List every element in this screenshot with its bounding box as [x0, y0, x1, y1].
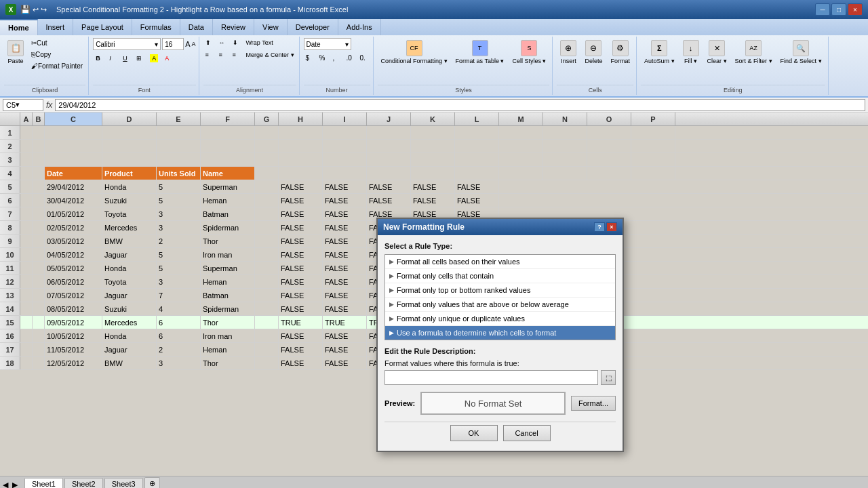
- col-header-o[interactable]: O: [587, 113, 631, 125]
- cell-b1[interactable]: [33, 126, 45, 139]
- tab-formulas[interactable]: Formulas: [132, 19, 180, 35]
- formula-value-input[interactable]: [384, 370, 598, 385]
- col-header-f[interactable]: F: [201, 113, 255, 125]
- rule-item-formula[interactable]: ▶ Use a formula to determine which cells…: [385, 326, 615, 340]
- cell-d1[interactable]: [102, 126, 157, 139]
- currency-button[interactable]: $: [304, 53, 316, 63]
- formula-input[interactable]: 29/04/2012: [55, 99, 865, 111]
- paste-button[interactable]: 📋 Paste: [4, 38, 27, 66]
- col-header-l[interactable]: L: [455, 113, 499, 125]
- merge-center-button[interactable]: Merge & Center ▾: [244, 50, 296, 60]
- sheet-nav-right[interactable]: ▶: [12, 481, 18, 488]
- dialog-close-button[interactable]: ×: [606, 222, 617, 232]
- font-grow-icon[interactable]: A: [185, 40, 190, 48]
- format-as-table-button[interactable]: T Format as Table ▾: [452, 38, 508, 66]
- formula-reference-button[interactable]: ⬚: [601, 370, 616, 385]
- fill-button[interactable]: ↓ Fill ▾: [679, 38, 703, 66]
- find-select-button[interactable]: 🔍 Find & Select ▾: [777, 38, 825, 66]
- col-header-h[interactable]: H: [279, 113, 323, 125]
- tab-data[interactable]: Data: [180, 19, 213, 35]
- cell-e1[interactable]: [157, 126, 201, 139]
- cut-button[interactable]: ✂ Cut: [28, 38, 85, 48]
- decrease-decimal-button[interactable]: 0.: [358, 53, 370, 63]
- sheet-nav-left[interactable]: ◀: [3, 481, 8, 488]
- align-right-button[interactable]: ≡: [231, 50, 243, 60]
- bold-button[interactable]: B: [93, 54, 105, 63]
- tab-developer[interactable]: Developer: [288, 19, 338, 35]
- col-header-e[interactable]: E: [157, 113, 201, 125]
- rule-item-ranked[interactable]: ▶ Format only top or bottom ranked value…: [385, 283, 615, 298]
- rule-item-unique-duplicate[interactable]: ▶ Format only unique or duplicate values: [385, 312, 615, 326]
- minimize-button[interactable]: ─: [815, 3, 830, 16]
- col-header-m[interactable]: M: [499, 113, 543, 125]
- cell-l1[interactable]: [455, 126, 499, 139]
- format-button[interactable]: Format...: [571, 396, 616, 411]
- cell-o1[interactable]: [587, 126, 631, 139]
- font-shrink-icon[interactable]: A: [191, 41, 195, 47]
- rule-item-all-values[interactable]: ▶ Format all cells based on their values: [385, 255, 615, 269]
- align-bottom-button[interactable]: ⬇: [231, 38, 243, 47]
- cell-g1[interactable]: [255, 126, 279, 139]
- font-name-select[interactable]: Calibri ▾: [93, 38, 161, 50]
- font-color-button[interactable]: A: [162, 54, 174, 63]
- col-header-b[interactable]: B: [33, 113, 45, 125]
- undo-icon[interactable]: ↩: [33, 5, 39, 14]
- col-header-i[interactable]: I: [323, 113, 367, 125]
- tab-addins[interactable]: Add-Ins: [338, 19, 381, 35]
- number-format-select[interactable]: Date ▾: [304, 38, 351, 50]
- col-header-g[interactable]: G: [255, 113, 279, 125]
- cell-m1[interactable]: [499, 126, 543, 139]
- align-middle-button[interactable]: ↔: [217, 38, 229, 47]
- comma-button[interactable]: ,: [331, 53, 343, 63]
- cancel-button[interactable]: Cancel: [503, 425, 551, 441]
- cell-i1[interactable]: [323, 126, 367, 139]
- tab-insert[interactable]: Insert: [38, 19, 74, 35]
- align-center-button[interactable]: ≡: [217, 50, 229, 60]
- close-button[interactable]: ×: [848, 3, 863, 16]
- cell-n1[interactable]: [543, 126, 587, 139]
- save-icon[interactable]: 💾: [20, 5, 31, 14]
- sheet-tab-3[interactable]: Sheet3: [104, 478, 143, 488]
- cell-c1[interactable]: [45, 126, 102, 139]
- italic-button[interactable]: I: [106, 54, 119, 63]
- tab-view[interactable]: View: [254, 19, 288, 35]
- col-header-c[interactable]: C: [45, 113, 102, 125]
- header-name[interactable]: Name: [201, 167, 255, 180]
- cell-p1[interactable]: [631, 126, 675, 139]
- sheet-tab-new[interactable]: ⊕: [144, 477, 160, 488]
- rule-item-above-below[interactable]: ▶ Format only values that are above or b…: [385, 298, 615, 312]
- format-painter-button[interactable]: 🖌 Format Painter: [28, 61, 85, 71]
- header-product[interactable]: Product: [102, 167, 157, 180]
- header-date[interactable]: Date: [45, 167, 102, 180]
- col-header-p[interactable]: P: [631, 113, 675, 125]
- increase-decimal-button[interactable]: .0: [344, 53, 357, 63]
- border-button[interactable]: ⊞: [134, 54, 146, 63]
- dialog-help-button[interactable]: ?: [594, 222, 605, 232]
- ok-button[interactable]: OK: [450, 425, 498, 441]
- tab-review[interactable]: Review: [213, 19, 254, 35]
- delete-button[interactable]: ⊖ Delete: [581, 38, 606, 66]
- col-header-d[interactable]: D: [102, 113, 157, 125]
- tab-home[interactable]: Home: [0, 19, 38, 35]
- cell-f1[interactable]: [201, 126, 255, 139]
- underline-button[interactable]: U: [120, 54, 132, 63]
- cell-j1[interactable]: [367, 126, 411, 139]
- insert-button[interactable]: ⊕ Insert: [557, 38, 580, 66]
- rule-item-contain[interactable]: ▶ Format only cells that contain: [385, 269, 615, 283]
- tab-page-layout[interactable]: Page Layout: [73, 19, 132, 35]
- name-box[interactable]: C5 ▾: [3, 99, 43, 111]
- header-units[interactable]: Units Sold: [157, 167, 201, 180]
- cell-styles-button[interactable]: S Cell Styles ▾: [509, 38, 549, 66]
- col-header-j[interactable]: J: [367, 113, 411, 125]
- col-header-k[interactable]: K: [411, 113, 455, 125]
- copy-button[interactable]: ⎘ Copy: [28, 49, 85, 60]
- fill-color-button[interactable]: A: [147, 53, 161, 64]
- cell-k1[interactable]: [411, 126, 455, 139]
- sheet-tab-2[interactable]: Sheet2: [64, 478, 103, 488]
- cell-h1[interactable]: [279, 126, 323, 139]
- wrap-text-button[interactable]: Wrap Text: [244, 38, 275, 47]
- align-top-button[interactable]: ⬆: [203, 38, 216, 47]
- sort-filter-button[interactable]: AZ Sort & Filter ▾: [732, 38, 776, 66]
- col-header-a[interactable]: A: [20, 113, 33, 125]
- font-size-select[interactable]: 16: [162, 38, 184, 50]
